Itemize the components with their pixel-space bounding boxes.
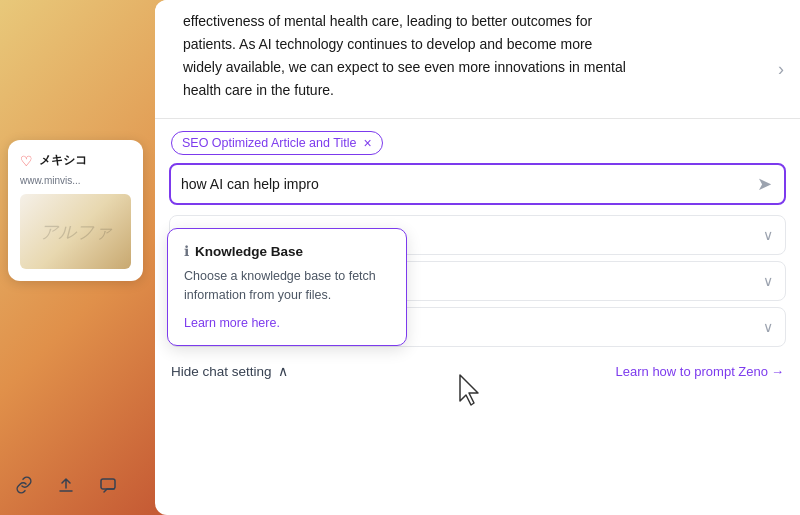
sidebar-panel: ♡ メキシコ www.minvis... アルファ (0, 0, 155, 515)
learn-prompt-link[interactable]: Learn how to prompt Zeno → (616, 364, 784, 379)
seo-tag[interactable]: SEO Optimized Article and Title × (171, 131, 383, 155)
tag-row: SEO Optimized Article and Title × (155, 119, 800, 163)
article-text-line3: widely available, we can expect to see e… (183, 59, 626, 75)
site-name: メキシコ (39, 152, 87, 169)
sidebar-card: ♡ メキシコ www.minvis... アルファ (8, 140, 143, 281)
persona-chevron: ∨ (763, 227, 773, 243)
hide-chat-button[interactable]: Hide chat setting ∧ (171, 363, 288, 379)
action-icons (8, 469, 124, 501)
site-url: www.minvis... (20, 175, 131, 186)
hide-chat-icon: ∧ (278, 363, 288, 379)
chat-input[interactable] (181, 176, 755, 192)
hide-chat-label: Hide chat setting (171, 364, 272, 379)
learn-prompt-arrow: → (771, 364, 784, 379)
tag-close-button[interactable]: × (363, 135, 371, 151)
chat-icon-button[interactable] (92, 469, 124, 501)
tag-label: SEO Optimized Article and Title (182, 136, 356, 150)
scroll-arrow: › (778, 55, 784, 85)
upload-icon-button[interactable] (50, 469, 82, 501)
tooltip-title: Knowledge Base (195, 244, 303, 259)
article-text-line1: effectiveness of mental health care, lea… (183, 13, 592, 29)
link-icon-button[interactable] (8, 469, 40, 501)
tooltip-body: Choose a knowledge base to fetch informa… (184, 267, 390, 305)
knowledge-base-chevron: ∨ (763, 319, 773, 335)
heart-icon: ♡ (20, 153, 33, 169)
learn-prompt-label: Learn how to prompt Zeno (616, 364, 768, 379)
sidebar-thumbnail: アルファ (20, 194, 131, 269)
knowledge-base-tooltip: ℹ Knowledge Base Choose a knowledge base… (167, 228, 407, 346)
web-search-chevron: ∨ (763, 273, 773, 289)
svg-rect-6 (101, 479, 115, 489)
chat-input-row: ➤ (169, 163, 786, 205)
cursor (456, 373, 484, 415)
tooltip-learn-more-link[interactable]: Learn more here. (184, 316, 280, 330)
thumb-text: アルファ (40, 220, 112, 244)
tooltip-info-icon: ℹ (184, 243, 189, 259)
article-text-line2: patients. As AI technology continues to … (183, 36, 592, 52)
article-content: effectiveness of mental health care, lea… (155, 0, 800, 118)
article-text-line4: health care in the future. (183, 82, 334, 98)
send-button[interactable]: ➤ (755, 173, 774, 195)
